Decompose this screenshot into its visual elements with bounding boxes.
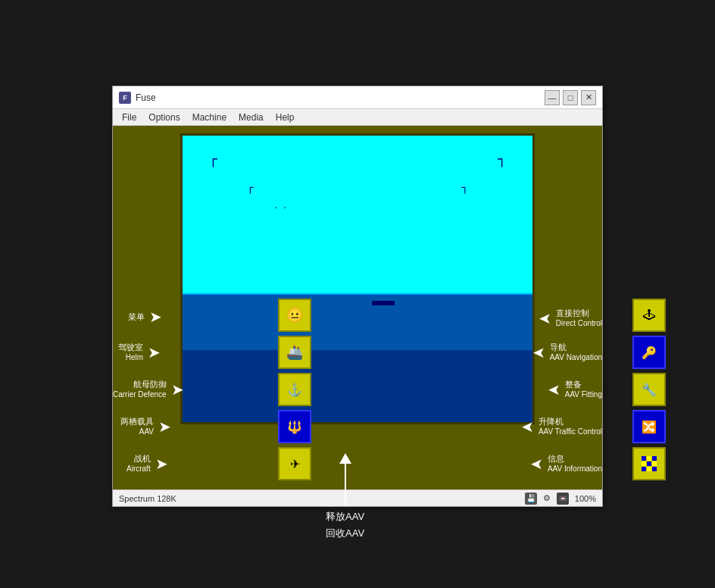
menu-options[interactable]: Options	[142, 111, 186, 124]
arrow-to-helm: ➤	[148, 343, 161, 361]
minimize-button[interactable]: —	[545, 90, 560, 105]
deep-sea: · · · ·	[183, 350, 532, 422]
retrieve-aav-label: 回收AAV	[326, 527, 364, 540]
label-direct-control: ➤ 直接控制 Direct Control	[539, 308, 602, 328]
label-fitting-cn: 整备	[565, 379, 602, 389]
label-aircraft-en: Aircraft	[126, 464, 151, 474]
grid-info-icon	[642, 456, 657, 471]
game-area: ┌ ┐ ┌ ┐ · · ⛵ · · · ·	[113, 126, 602, 489]
label-aav-fitting: ➤ 整备 AAV Fitting	[548, 379, 602, 399]
label-aav-info: ➤ 信息 AAV Information	[530, 453, 602, 474]
left-btn-helm[interactable]: 🚢	[278, 336, 311, 369]
label-menu-text: 菜单	[128, 311, 145, 322]
statusbar-right: 💾 ⚙ 📼 100%	[525, 493, 596, 505]
arrow-to-aav: ➤	[158, 418, 171, 436]
label-carrier: 航母防御 Carrier Defence ➤	[113, 379, 184, 399]
arrow-line	[345, 464, 346, 505]
sea-area: ⛵	[183, 293, 532, 351]
model-label: Spectrum 128K	[119, 494, 176, 503]
right-btn-aav-fitting[interactable]: 🔧	[632, 373, 666, 406]
arrow-from-nav: ➤	[532, 343, 545, 361]
titlebar: F Fuse — □ ✕	[113, 86, 602, 109]
ship-hull	[372, 301, 395, 305]
arrow-to-aircraft: ➤	[155, 455, 168, 473]
left-btn-aircraft[interactable]: ✈	[278, 447, 311, 480]
left-btn-menu[interactable]: 😐	[278, 299, 311, 332]
label-traffic-en: AAV Traffic Control	[539, 427, 602, 436]
label-aav-traffic-text: 升降机 AAV Traffic Control	[539, 416, 602, 436]
navigation-icon: 🔑	[642, 346, 657, 360]
label-aav: 两栖载具 AAV ➤	[120, 416, 171, 436]
label-aav-en: AAV	[120, 427, 154, 436]
label-carrier-text: 航母防御 Carrier Defence	[113, 379, 167, 399]
arrow-to-menu: ➤	[149, 308, 162, 326]
arrow-to-carrier: ➤	[171, 380, 184, 399]
label-info-en: AAV Information	[548, 464, 602, 474]
right-btn-aav-navigation[interactable]: 🔑	[632, 336, 666, 369]
menu-media[interactable]: Media	[233, 111, 270, 124]
submarine-icon: 🔱	[287, 420, 302, 434]
label-direct-control-text: 直接控制 Direct Control	[556, 308, 602, 328]
arrow-from-fitting: ➤	[548, 380, 560, 399]
carrier-icon: ⚓	[287, 383, 302, 397]
label-aircraft: 战机 Aircraft ➤	[126, 453, 168, 474]
wrench-icon: 🔧	[642, 383, 657, 397]
window-title: Fuse	[136, 92, 545, 103]
release-aav-label: 释放AAV	[326, 510, 364, 524]
label-aav-nav: ➤ 导航 AAV Navigation	[532, 342, 602, 362]
menu-machine[interactable]: Machine	[186, 111, 233, 124]
aircraft-icon: ✈	[290, 457, 300, 471]
label-helm-cn: 驾驶室	[118, 342, 143, 352]
label-nav-cn: 导航	[550, 342, 602, 352]
label-helm: 驾驶室 Helm ➤	[118, 342, 161, 362]
app-icon: F	[119, 92, 131, 104]
label-aav-fitting-text: 整备 AAV Fitting	[565, 379, 602, 399]
bracket-tl: ┌	[209, 151, 217, 167]
label-direct-en: Direct Control	[556, 318, 602, 328]
arrow-from-direct: ➤	[539, 309, 551, 327]
label-menu-cn: 菜单	[128, 311, 145, 322]
arrow-from-traffic: ➤	[521, 418, 534, 436]
sky-area: ┌ ┐ ┌ ┐ · ·	[183, 136, 532, 293]
label-aav-traffic: ➤ 升降机 AAV Traffic Control	[521, 416, 602, 436]
ship-icon: 🚢	[286, 344, 303, 361]
bracket-tr: ┐	[498, 151, 506, 167]
label-carrier-cn: 航母防御	[113, 379, 167, 389]
label-traffic-cn: 升降机	[539, 416, 602, 427]
right-btn-aav-traffic[interactable]: 🔀	[632, 410, 666, 443]
label-fitting-en: AAV Fitting	[565, 389, 602, 399]
label-aav-cn: 两栖载具	[120, 416, 154, 427]
label-aav-text: 两栖载具 AAV	[120, 416, 154, 436]
label-aav-info-text: 信息 AAV Information	[548, 453, 602, 474]
menu-icon: 😐	[286, 307, 303, 324]
label-direct-cn: 直接控制	[556, 308, 602, 318]
label-nav-en: AAV Navigation	[550, 352, 602, 362]
zoom-label: 100%	[575, 494, 596, 503]
up-arrow-head	[339, 453, 351, 464]
right-btn-aav-info[interactable]	[632, 447, 666, 480]
label-menu: 菜单 ➤	[128, 308, 162, 326]
label-info-cn: 信息	[548, 453, 602, 464]
cpu-indicator: ⚙	[543, 493, 551, 503]
game-display: ┌ ┐ ┌ ┐ · · ⛵ · · · ·	[183, 136, 532, 422]
tape-icon: 📼	[557, 493, 569, 505]
bracket-ml: ┌	[247, 181, 253, 193]
maximize-button[interactable]: □	[563, 90, 578, 105]
menu-file[interactable]: File	[116, 111, 142, 124]
disk-icon: 💾	[525, 493, 537, 505]
close-button[interactable]: ✕	[581, 90, 596, 105]
spectrum-screen: ┌ ┐ ┌ ┐ · · ⛵ · · · ·	[180, 133, 535, 424]
label-aircraft-cn: 战机	[126, 453, 151, 464]
left-btn-carrier-defence[interactable]: ⚓	[278, 373, 311, 406]
menubar: File Options Machine Media Help	[113, 109, 602, 126]
label-carrier-en: Carrier Defence	[113, 389, 167, 399]
menu-help[interactable]: Help	[270, 111, 301, 124]
arrow-from-info: ➤	[530, 455, 543, 473]
sub-marks: · ·	[273, 204, 287, 212]
fuse-window: F Fuse — □ ✕ File Options Machine Media …	[112, 86, 603, 507]
label-helm-text: 驾驶室 Helm	[118, 342, 143, 362]
window-controls: — □ ✕	[545, 90, 596, 105]
left-btn-aav[interactable]: 🔱	[278, 410, 311, 443]
right-btn-direct-control[interactable]: 🕹	[632, 299, 666, 332]
label-helm-en: Helm	[118, 352, 143, 362]
